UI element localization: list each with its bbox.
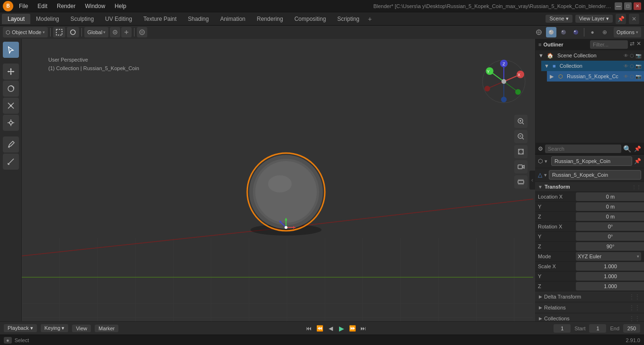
visibility-icon[interactable]: 👁 (624, 53, 628, 58)
select-icon-circle[interactable] (67, 27, 79, 37)
location-x-input[interactable] (576, 192, 644, 201)
properties-search-input[interactable] (545, 145, 621, 153)
rotation-mode-dropdown[interactable]: XYZ Euler ▾ (576, 252, 641, 261)
rotation-y-input[interactable] (576, 232, 644, 241)
collapse-panel-btn[interactable]: ‹ (529, 171, 535, 190)
object-vis-icon[interactable]: 👁 (624, 74, 628, 79)
close-scene-btn[interactable]: ✕ (629, 14, 639, 24)
relations-section[interactable]: ▶ Relations ⋮⋮ (535, 302, 644, 313)
location-z-input[interactable] (576, 212, 644, 221)
object-render-icon[interactable]: 📷 (635, 74, 641, 79)
measure-tool-btn[interactable] (3, 154, 19, 170)
maximize-btn[interactable]: □ (624, 2, 632, 10)
navigation-gizmo[interactable]: X Y Z (480, 58, 528, 105)
end-frame-input[interactable] (623, 324, 640, 333)
viewport-icon[interactable]: ⬡ (630, 53, 634, 58)
rotation-z-input[interactable] (576, 242, 644, 251)
outliner-collection[interactable]: ▼ ■ Collection 👁 ⬡ 📷 (541, 61, 644, 71)
cursor-tool-btn[interactable] (3, 42, 19, 58)
add-workspace-btn[interactable]: + (365, 14, 375, 24)
playback-btn[interactable]: Playback ▾ (4, 324, 37, 332)
menu-file[interactable]: File (15, 2, 32, 10)
mode-dropdown[interactable]: ⬡ Object Mode ▾ (3, 27, 48, 37)
tab-texture-paint[interactable]: Texture Paint (138, 14, 182, 24)
props-search-icon[interactable]: 🔍 (623, 145, 631, 153)
scale-tool-btn[interactable] (3, 98, 19, 114)
mesh-name-input[interactable] (549, 170, 641, 180)
snap-options-btn[interactable] (121, 27, 132, 37)
collections-section[interactable]: ▶ Collections ⋮⋮ (535, 313, 644, 321)
solid-shading-btn[interactable] (546, 27, 556, 37)
rotation-x-input[interactable] (576, 222, 644, 231)
tab-sculpting[interactable]: Sculpting (65, 14, 99, 24)
blender-logo[interactable]: B (3, 1, 13, 11)
wireframe-btn[interactable] (534, 27, 544, 37)
menu-render[interactable]: Render (53, 2, 79, 10)
annotate-tool-btn[interactable] (3, 136, 19, 153)
gizmo-btn[interactable]: ⊕ (599, 27, 610, 37)
delta-transform-section[interactable]: ▶ Delta Transform ⋮⋮ (535, 291, 644, 302)
current-frame-input[interactable] (554, 324, 571, 333)
location-y-input[interactable] (576, 202, 644, 211)
keying-btn[interactable]: Keying ▾ (41, 324, 69, 332)
outliner-close-btn[interactable]: ✕ (636, 40, 641, 49)
minimize-btn[interactable]: — (615, 2, 622, 10)
transform-tool-btn[interactable] (3, 115, 19, 131)
render-icon[interactable]: 📷 (635, 53, 641, 58)
menu-edit[interactable]: Edit (34, 2, 51, 10)
proportional-edit-btn[interactable] (137, 27, 147, 37)
collection-vis-icon[interactable]: 👁 (624, 64, 628, 69)
collection-vp-icon[interactable]: ⬡ (630, 64, 634, 69)
tab-shading[interactable]: Shading (182, 14, 215, 24)
zoom-out-btn[interactable] (514, 130, 528, 143)
outliner-object[interactable]: ▶ ⬡ Russian_5_Kopek_Cc 👁 ⬡ 📷 (547, 71, 644, 82)
tab-rendering[interactable]: Rendering (251, 14, 288, 24)
zoom-in-btn[interactable] (514, 115, 528, 128)
tab-compositing[interactable]: Compositing (289, 14, 332, 24)
jump-to-start-btn[interactable]: ⏮ (304, 324, 313, 333)
tab-animation[interactable]: Animation (215, 14, 251, 24)
scale-y-input[interactable] (576, 272, 644, 281)
collection-render-icon[interactable]: 📷 (635, 64, 641, 69)
props-tabs-icon[interactable]: ⚙ (538, 145, 543, 152)
props-pin-btn[interactable]: 📌 (634, 145, 641, 152)
outliner-scene-collection[interactable]: ▼ 🏠 Scene Collection 👁 ⬡ 📷 (536, 50, 644, 61)
tab-layout[interactable]: Layout (2, 14, 30, 24)
options-btn[interactable]: Options ▾ (614, 27, 641, 37)
jump-to-end-btn[interactable]: ⏭ (358, 324, 368, 333)
tab-scripting[interactable]: Scripting (331, 14, 365, 24)
view-btn[interactable]: View (72, 325, 91, 332)
close-btn[interactable]: ✕ (634, 2, 641, 10)
scale-x-input[interactable] (576, 262, 644, 271)
view-layer-selector[interactable]: View Layer ▾ (575, 15, 613, 23)
camera-view-btn[interactable] (514, 160, 528, 173)
layers-btn[interactable] (514, 175, 528, 189)
tab-uv-editing[interactable]: UV Editing (99, 14, 138, 24)
play-btn[interactable]: ▶ (337, 324, 346, 333)
object-name-input[interactable] (551, 156, 632, 166)
outliner-sync-btn[interactable]: ⇄ (630, 40, 635, 49)
step-back-btn[interactable]: ⏪ (315, 324, 324, 333)
outliner-search-input[interactable] (590, 40, 628, 49)
object-vp-icon[interactable]: ⬡ (630, 74, 634, 79)
scale-z-input[interactable] (576, 282, 644, 291)
menu-help[interactable]: Help (111, 2, 130, 10)
tab-modeling[interactable]: Modeling (30, 14, 65, 24)
rotate-tool-btn[interactable] (3, 81, 19, 97)
viewport[interactable]: -20 -10 0 10 20 30 40 50 60 70 (22, 39, 535, 321)
overlay-btn[interactable]: ● (587, 27, 598, 37)
snap-toggle-btn[interactable] (110, 27, 120, 37)
zoom-extents-btn[interactable] (514, 145, 528, 158)
menu-window[interactable]: Window (81, 2, 109, 10)
marker-btn[interactable]: Marker (95, 325, 118, 332)
select-icon-box[interactable] (53, 27, 65, 37)
step-forward-btn[interactable]: ⏩ (348, 324, 357, 333)
object-pin-icon[interactable]: 📌 (634, 158, 641, 164)
transform-section-header[interactable]: ▼ Transform ⋮⋮ (535, 182, 644, 192)
transform-orientation[interactable]: Global ▾ (84, 27, 108, 37)
play-reverse-btn[interactable]: ◀ (326, 324, 335, 333)
start-frame-input[interactable] (589, 324, 606, 333)
rendered-btn[interactable] (571, 27, 581, 37)
move-tool-btn[interactable] (3, 64, 19, 80)
pin-scene-btn[interactable]: 📌 (616, 14, 626, 24)
